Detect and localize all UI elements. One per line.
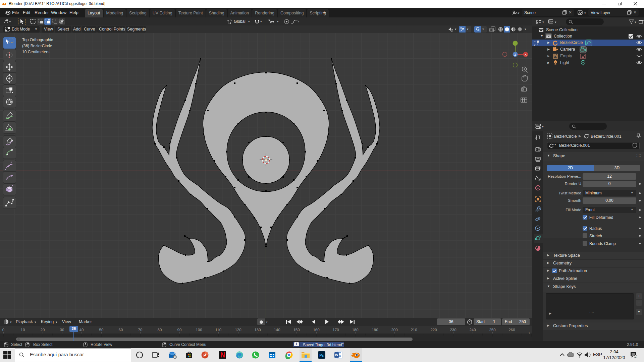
svg-text:X: X [525,53,527,56]
svg-text:3: 3 [635,355,637,358]
svg-text:Z: Z [514,53,516,56]
svg-text:1: 1 [174,356,176,359]
svg-text:W: W [335,353,338,357]
svg-text:Ps: Ps [319,353,324,357]
svg-text:P: P [203,353,206,358]
